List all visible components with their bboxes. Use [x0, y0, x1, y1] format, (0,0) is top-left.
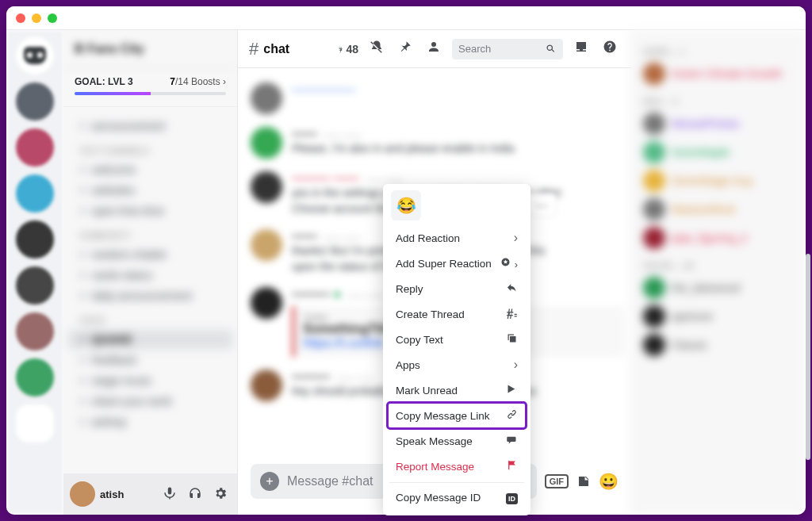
member-item[interactable]: Classic — [638, 331, 799, 359]
reply-icon — [506, 282, 518, 296]
channel-item[interactable]: websites — [68, 181, 232, 200]
server-rail — [6, 30, 63, 515]
member-item[interactable]: SomeStage Guy — [638, 167, 799, 195]
sticker-button[interactable] — [576, 474, 591, 488]
deafen-button[interactable] — [185, 486, 205, 503]
member-category: Admin — 1 — [638, 38, 799, 59]
ctx-add-super-reaction[interactable]: Add Super Reaction › — [388, 251, 526, 276]
member-item[interactable]: RawsonRoot — [638, 195, 799, 224]
boost-progress-bar — [75, 92, 226, 95]
home-button[interactable] — [16, 36, 54, 75]
bell-muted-icon — [370, 40, 384, 54]
inbox-button[interactable] — [571, 40, 592, 58]
self-avatar[interactable] — [70, 481, 95, 507]
message[interactable]: ————— — [251, 76, 631, 121]
ctx-copy-message-link[interactable]: Copy Message Link — [388, 403, 526, 428]
server-item[interactable] — [16, 266, 54, 305]
channel-item[interactable]: random-chatter — [68, 245, 232, 264]
channel-sidebar: B Fans City GOAL: LVL 3 7/14 Boosts › an… — [63, 30, 238, 515]
more-icon[interactable]: ⋯ — [535, 198, 550, 213]
speak-icon — [506, 434, 518, 448]
channel-item[interactable]: open-free-time — [68, 201, 232, 220]
user-panel: atish — [63, 473, 237, 515]
message[interactable]: ———— —— Please, I'm also in and please e… — [251, 121, 631, 165]
message-context-menu: 😂 Add Reaction Add Super Reaction › Repl… — [383, 184, 530, 515]
boost-count: 7/14 Boosts › — [170, 76, 226, 87]
channel-item[interactable]: cards-status — [68, 266, 232, 285]
chevron-right-icon — [514, 231, 518, 245]
channel-item[interactable]: welcome — [68, 160, 232, 179]
channel-item[interactable]: daily-announcement — [68, 286, 232, 305]
member-item[interactable]: MoosePrimes — [638, 109, 799, 138]
settings-button[interactable] — [210, 486, 231, 503]
minimize-icon[interactable] — [32, 13, 41, 23]
laugh-emoji-icon: 😂 — [396, 196, 416, 215]
help-button[interactable] — [599, 40, 620, 58]
attach-button[interactable]: + — [260, 472, 279, 491]
quick-reaction-button[interactable]: 😂 — [391, 190, 421, 220]
members-toggle-button[interactable] — [423, 40, 444, 58]
ctx-reply[interactable]: Reply — [388, 276, 526, 301]
mute-button[interactable] — [159, 486, 180, 503]
channel-item[interactable]: airdrop — [68, 412, 232, 431]
server-item[interactable] — [16, 358, 54, 396]
channel-list[interactable]: announcement text channels welcome websi… — [63, 107, 237, 473]
ctx-copy-text[interactable]: Copy Text — [388, 327, 526, 352]
channel-name: chat — [263, 42, 289, 56]
ctx-mark-unread[interactable]: Mark Unread — [388, 377, 526, 403]
close-icon[interactable] — [16, 13, 25, 23]
channel-item-selected[interactable]: QUAKE — [68, 330, 232, 349]
help-icon — [603, 40, 617, 54]
threads-icon — [338, 42, 344, 56]
add-server-button[interactable] — [16, 404, 54, 442]
server-name: B Fans City — [75, 42, 144, 56]
pinned-button[interactable] — [395, 40, 416, 58]
channel-item[interactable]: stage-music — [68, 371, 232, 390]
boost-goal-panel[interactable]: GOAL: LVL 3 7/14 Boosts › — [63, 68, 237, 107]
member-item[interactable]: aperture — [638, 302, 799, 331]
server-item[interactable] — [16, 128, 54, 167]
member-item[interactable]: the_lakewood — [638, 274, 799, 302]
search-input[interactable]: Search — [452, 39, 563, 59]
channel-item[interactable]: share-your-work — [68, 392, 232, 411]
ctx-create-thread[interactable]: Create Thread — [388, 301, 526, 327]
ctx-copy-message-id[interactable]: Copy Message ID ID — [388, 486, 526, 509]
member-item[interactable]: Green Climate Growth — [638, 59, 799, 88]
channel-title: # chat — [249, 39, 289, 59]
pin-icon — [398, 40, 412, 54]
search-placeholder: Search — [458, 43, 491, 55]
server-item[interactable] — [16, 220, 54, 259]
server-item[interactable] — [16, 174, 54, 213]
thread-icon — [506, 307, 518, 321]
member-item[interactable]: pipe_figuring_it — [638, 224, 799, 252]
channel-category[interactable]: community — [68, 228, 232, 243]
member-list[interactable]: Admin — 1 Green Climate Growth Mod — 5 M… — [631, 30, 806, 515]
chevron-right-icon — [514, 358, 518, 372]
member-item[interactable]: SonicMaple — [638, 138, 799, 167]
scrollbar[interactable] — [806, 254, 810, 460]
channel-category[interactable]: voice — [68, 313, 232, 328]
ctx-report-message[interactable]: Report Message — [388, 454, 526, 479]
gif-button[interactable]: GIF — [545, 474, 569, 488]
server-item[interactable] — [16, 82, 54, 121]
ctx-apps[interactable]: Apps — [388, 352, 526, 377]
window-controls — [16, 13, 57, 23]
titlebar — [6, 6, 806, 30]
server-item[interactable] — [16, 312, 54, 351]
channel-item[interactable]: feedback — [68, 351, 232, 370]
channel-category[interactable]: text channels — [68, 144, 232, 159]
discord-logo-icon — [24, 47, 46, 64]
super-reaction-icon: › — [500, 256, 518, 270]
maximize-icon[interactable] — [48, 13, 57, 23]
server-name-header[interactable]: B Fans City — [63, 30, 237, 68]
emoji-button[interactable]: 😀 — [599, 472, 619, 491]
ctx-speak-message[interactable]: Speak Message — [388, 428, 526, 454]
channel-item[interactable]: announcement — [68, 117, 232, 136]
self-username: atish — [100, 488, 155, 500]
copy-icon — [506, 332, 518, 347]
boost-goal-label: GOAL: LVL 3 — [75, 76, 133, 87]
search-icon — [545, 43, 557, 55]
notifications-button[interactable] — [366, 40, 387, 58]
threads-button[interactable]: 48 — [338, 42, 358, 56]
ctx-add-reaction[interactable]: Add Reaction — [388, 225, 526, 251]
